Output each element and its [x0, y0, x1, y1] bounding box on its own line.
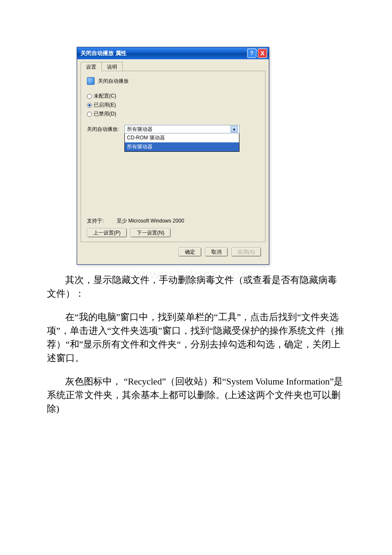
radio-icon	[87, 103, 92, 108]
titlebar-close-button[interactable]: X	[258, 49, 267, 58]
radio-icon	[87, 94, 92, 99]
dialog-footer: 确定 取消 应用(A)	[81, 242, 265, 261]
prev-setting-button[interactable]: 上一设置(P)	[87, 228, 127, 237]
radio-disabled[interactable]: 已禁用(D)	[87, 110, 259, 118]
close-icon: X	[260, 50, 264, 57]
radio-not-configured[interactable]: 未配置(C)	[87, 92, 259, 100]
dropdown-section: 关闭自动播放: 所有驱动器 ▾ CD-ROM 驱动器 所有驱动器	[87, 122, 259, 152]
radio-label: 已启用(E)	[94, 101, 116, 109]
tab-explain[interactable]: 说明	[101, 62, 123, 71]
policy-header: 关闭自动播放	[87, 77, 259, 85]
paragraph: 灰色图标中， “Recycled”（回收站）和“System Volume In…	[47, 375, 345, 416]
drive-combobox[interactable]: 所有驱动器 ▾ CD-ROM 驱动器 所有驱动器	[124, 125, 239, 152]
tabstrip: 设置 说明	[81, 62, 265, 71]
combobox-list: CD-ROM 驱动器 所有驱动器	[124, 133, 239, 152]
support-row: 支持于: 至少 Microsoft Windows 2000	[87, 217, 259, 225]
combobox-selected[interactable]: 所有驱动器 ▾	[124, 125, 239, 133]
combobox-option[interactable]: 所有驱动器	[125, 142, 239, 151]
radio-label: 已禁用(D)	[94, 110, 116, 118]
policy-name: 关闭自动播放	[98, 78, 129, 85]
radio-label: 未配置(C)	[94, 92, 116, 100]
chevron-down-icon[interactable]: ▾	[231, 126, 238, 133]
support-label: 支持于:	[87, 217, 112, 225]
dropdown-label: 关闭自动播放:	[87, 125, 121, 133]
dialog-body: 设置 说明 关闭自动播放 未配置(C) 已启用(E) 已禁用	[77, 59, 269, 264]
titlebar[interactable]: 关闭自动播放 属性 ? X	[77, 47, 269, 59]
cancel-button[interactable]: 取消	[205, 247, 228, 257]
window-title: 关闭自动播放 属性	[81, 49, 246, 57]
radio-enabled[interactable]: 已启用(E)	[87, 101, 259, 109]
paragraph: 其次，显示隐藏文件，手动删除病毒文件（或查看是否有隐藏病毒文件）：	[47, 273, 345, 301]
tab-panel-settings: 关闭自动播放 未配置(C) 已启用(E) 已禁用(D) 关闭自动播放:	[81, 71, 265, 242]
document-body: 其次，显示隐藏文件，手动删除病毒文件（或查看是否有隐藏病毒文件）： 在“我的电脑…	[47, 273, 345, 416]
combobox-option[interactable]: CD-ROM 驱动器	[125, 133, 239, 142]
titlebar-help-button[interactable]: ?	[247, 49, 257, 58]
properties-dialog: 关闭自动播放 属性 ? X 设置 说明 关闭自动播放 未配置(C)	[77, 47, 269, 265]
combobox-value: 所有驱动器	[127, 126, 153, 133]
apply-button[interactable]: 应用(A)	[231, 247, 261, 257]
paragraph: 在“我的电脑”窗口中，找到菜单栏的“工具”，点击后找到“文件夹选项”，单击进入“…	[47, 310, 345, 365]
ok-button[interactable]: 确定	[179, 247, 202, 257]
question-icon: ?	[250, 50, 253, 56]
panel-spacer	[87, 152, 259, 213]
support-value: 至少 Microsoft Windows 2000	[117, 217, 184, 225]
tab-settings[interactable]: 设置	[81, 62, 102, 71]
policy-icon	[87, 77, 95, 85]
nav-buttons: 上一设置(P) 下一设置(N)	[87, 228, 259, 237]
next-setting-button[interactable]: 下一设置(N)	[130, 228, 171, 237]
radio-icon	[87, 112, 92, 117]
